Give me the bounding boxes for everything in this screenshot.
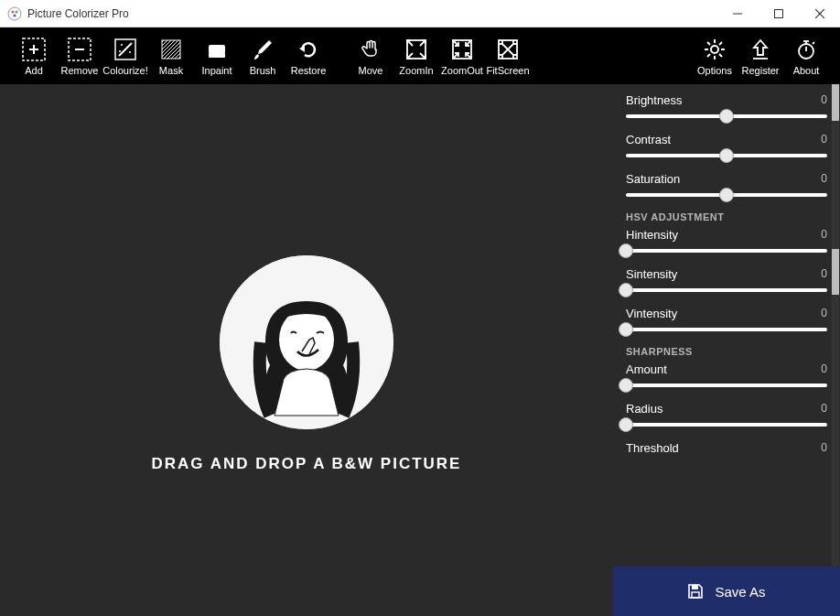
brightness-slider[interactable]: Brightness0	[626, 93, 827, 118]
brush-icon	[251, 36, 275, 63]
saturation-slider[interactable]: Saturation0	[626, 172, 827, 197]
scrollbar-thumb[interactable]	[832, 249, 839, 295]
slider-track[interactable]	[626, 249, 827, 253]
placeholder-portrait	[220, 255, 393, 429]
mask-label: Mask	[159, 65, 183, 76]
canvas-area[interactable]: DRAG AND DROP A B&W PICTURE	[0, 84, 613, 616]
svg-line-40	[707, 42, 710, 45]
zoomout-button[interactable]: ZoomOut	[439, 30, 485, 81]
vintensity-label: Vintensity	[626, 307, 677, 320]
zoomin-label: ZoomIn	[399, 65, 433, 76]
fit-screen-icon	[496, 36, 520, 63]
restore-label: Restore	[291, 65, 327, 76]
contrast-slider[interactable]: Contrast0	[626, 133, 827, 157]
radius-label: Radius	[626, 402, 662, 416]
svg-point-16	[129, 51, 131, 53]
add-icon	[22, 36, 46, 63]
move-button[interactable]: Move	[348, 30, 393, 81]
colourize-button[interactable]: Colourize!	[102, 30, 148, 81]
save-as-button[interactable]: Save As	[613, 567, 840, 616]
brush-label: Brush	[250, 65, 276, 76]
vintensity-slider[interactable]: Vintensity0	[626, 307, 827, 331]
svg-line-43	[707, 54, 710, 57]
slider-thumb[interactable]	[719, 188, 734, 202]
svg-point-52	[279, 308, 334, 371]
inpaint-label: Inpaint	[201, 65, 232, 76]
svg-point-0	[8, 7, 21, 20]
brush-button[interactable]: Brush	[240, 30, 285, 81]
slider-track[interactable]	[626, 328, 827, 331]
inpaint-button[interactable]: Inpaint	[194, 30, 240, 81]
panel-scrollbar[interactable]	[832, 84, 839, 567]
eraser-icon	[205, 36, 229, 63]
stopwatch-icon	[794, 36, 818, 63]
undo-icon	[296, 36, 320, 63]
amount-value: 0	[821, 362, 827, 376]
slider-thumb[interactable]	[619, 322, 633, 337]
slider-thumb[interactable]	[719, 148, 734, 163]
scrollbar-thumb-top[interactable]	[832, 84, 839, 121]
amount-slider[interactable]: Amount0	[626, 362, 827, 387]
fitscreen-label: FitScreen	[486, 65, 529, 76]
about-button[interactable]: About	[783, 30, 829, 81]
slider-track[interactable]	[626, 288, 827, 292]
slider-thumb[interactable]	[619, 417, 633, 432]
about-label: About	[793, 65, 820, 76]
radius-slider[interactable]: Radius0	[626, 402, 827, 427]
zoomin-button[interactable]: ZoomIn	[393, 30, 439, 81]
amount-label: Amount	[626, 362, 667, 376]
svg-rect-53	[692, 585, 698, 589]
restore-button[interactable]: Restore	[285, 30, 331, 81]
svg-rect-19	[162, 40, 180, 59]
svg-line-42	[719, 42, 722, 45]
hsv-section-title: HSV ADJUSTMENT	[626, 211, 827, 222]
register-button[interactable]: Register	[738, 30, 783, 81]
sharpness-section-title: SHARPNESS	[626, 346, 827, 357]
app-icon	[7, 6, 22, 21]
drop-text: DRAG AND DROP A B&W PICTURE	[152, 455, 462, 473]
add-label: Add	[25, 65, 43, 76]
slider-thumb[interactable]	[619, 378, 633, 393]
add-button[interactable]: Add	[11, 30, 57, 81]
minimize-button[interactable]	[716, 0, 758, 27]
wand-icon	[113, 36, 137, 63]
svg-marker-44	[754, 40, 767, 55]
svg-point-1	[12, 10, 15, 13]
upload-icon	[748, 36, 772, 63]
maximize-button[interactable]	[758, 0, 799, 27]
svg-line-41	[719, 54, 722, 57]
slider-track[interactable]	[626, 384, 827, 387]
window-controls	[716, 0, 840, 27]
hintensity-value: 0	[821, 228, 827, 242]
slider-thumb[interactable]	[719, 109, 734, 124]
hintensity-slider[interactable]: Hintensity0	[626, 228, 827, 253]
sintensity-slider[interactable]: Sintensity0	[626, 267, 827, 292]
hintensity-label: Hintensity	[626, 228, 678, 242]
mask-button[interactable]: Mask	[148, 30, 194, 81]
colourize-label: Colourize!	[102, 65, 148, 76]
saturation-label: Saturation	[626, 172, 680, 186]
remove-icon	[68, 36, 92, 63]
svg-point-2	[16, 10, 18, 13]
remove-button[interactable]: Remove	[57, 30, 102, 81]
slider-track[interactable]	[626, 193, 827, 197]
options-button[interactable]: Options	[692, 30, 738, 81]
slider-thumb[interactable]	[619, 283, 633, 297]
svg-line-50	[813, 42, 814, 44]
slider-track[interactable]	[626, 114, 827, 118]
svg-point-17	[119, 50, 121, 52]
brightness-value: 0	[821, 93, 827, 107]
svg-rect-5	[774, 9, 782, 17]
slider-track[interactable]	[626, 154, 827, 157]
close-button[interactable]	[799, 0, 840, 27]
hand-icon	[359, 36, 382, 63]
slider-track[interactable]	[626, 423, 827, 427]
save-as-label: Save As	[715, 584, 765, 600]
fitscreen-button[interactable]: FitScreen	[485, 30, 531, 81]
zoom-in-icon	[404, 36, 428, 63]
threshold-slider[interactable]: Threshold0	[626, 441, 827, 455]
contrast-label: Contrast	[626, 133, 671, 146]
remove-label: Remove	[61, 65, 99, 76]
slider-thumb[interactable]	[619, 243, 633, 258]
main-toolbar: Add Remove Colourize! Mask	[0, 27, 840, 84]
